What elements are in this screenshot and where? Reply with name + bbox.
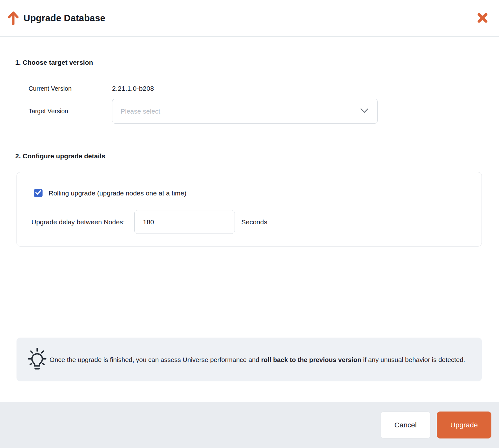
section-heading-configure: 2. Configure upgrade details	[15, 152, 484, 160]
upgrade-details-card: Rolling upgrade (upgrade nodes one at a …	[17, 172, 482, 247]
target-version-placeholder: Please select	[121, 108, 360, 115]
section-heading-choose-version: 1. Choose target version	[15, 37, 484, 66]
upgrade-database-dialog: Upgrade Database 1. Choose target versio…	[0, 0, 499, 381]
rolling-upgrade-checkbox[interactable]	[34, 189, 43, 197]
cancel-button[interactable]: Cancel	[381, 412, 430, 438]
upgrade-delay-input[interactable]	[134, 210, 235, 234]
dialog-body: 1. Choose target version Current Version…	[0, 37, 499, 381]
info-note: Once the upgrade is finished, you can as…	[17, 338, 482, 381]
rolling-upgrade-row: Rolling upgrade (upgrade nodes one at a …	[34, 189, 482, 197]
info-note-text-bold: roll back to the previous version	[261, 356, 362, 363]
target-version-row: Target Version Please select	[29, 99, 484, 124]
upgrade-button[interactable]: Upgrade	[437, 412, 491, 438]
current-version-row: Current Version 2.21.1.0-b208	[29, 83, 484, 94]
dialog-title: Upgrade Database	[23, 13, 105, 23]
info-note-text-before: Once the upgrade is finished, you can as…	[50, 356, 261, 363]
close-icon	[477, 12, 488, 24]
current-version-label: Current Version	[29, 85, 112, 92]
target-version-select[interactable]: Please select	[112, 99, 378, 124]
rolling-upgrade-label[interactable]: Rolling upgrade (upgrade nodes one at a …	[49, 189, 186, 197]
check-icon	[35, 190, 41, 196]
current-version-value: 2.21.1.0-b208	[112, 85, 154, 92]
target-version-label: Target Version	[29, 108, 112, 115]
close-button[interactable]	[476, 11, 489, 25]
upgrade-delay-label: Upgrade delay between Nodes:	[31, 218, 125, 226]
chevron-down-icon	[360, 108, 369, 115]
upgrade-delay-row: Upgrade delay between Nodes: Seconds	[31, 210, 482, 234]
upgrade-arrow-icon	[8, 11, 20, 25]
upgrade-delay-unit: Seconds	[241, 218, 267, 226]
info-note-text-after: if any unusual behavior is detected.	[361, 356, 465, 363]
dialog-header: Upgrade Database	[0, 0, 499, 37]
lightbulb-icon	[25, 346, 50, 373]
dialog-footer: Cancel Upgrade	[0, 402, 499, 448]
info-note-text: Once the upgrade is finished, you can as…	[50, 354, 465, 365]
